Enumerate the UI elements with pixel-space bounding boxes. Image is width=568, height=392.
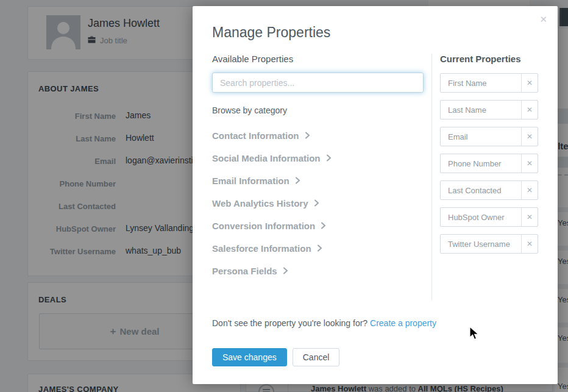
current-property-first-name[interactable]: First Name ✕	[440, 73, 538, 93]
remove-icon[interactable]: ✕	[521, 101, 538, 119]
search-input[interactable]	[212, 73, 424, 93]
current-property-email[interactable]: Email ✕	[440, 127, 538, 146]
chevron-right-icon	[321, 221, 326, 231]
available-properties-heading: Available Properties	[212, 54, 293, 64]
category-persona-fields[interactable]: Persona Fields	[212, 264, 288, 277]
chevron-right-icon	[305, 130, 310, 141]
chevron-right-icon	[317, 243, 322, 254]
current-property-last-contacted[interactable]: Last Contacted ✕	[440, 180, 538, 200]
remove-icon[interactable]: ✕	[521, 74, 538, 92]
browse-by-category-label: Browse by category	[212, 105, 287, 115]
chevron-right-icon	[283, 266, 288, 276]
category-contact-information[interactable]: Contact Information	[212, 129, 310, 142]
current-property-hubspot-owner[interactable]: HubSpot Owner ✕	[440, 207, 538, 227]
current-property-twitter-username[interactable]: Twitter Username ✕	[440, 234, 538, 254]
current-property-last-name[interactable]: Last Name ✕	[440, 100, 538, 119]
remove-icon[interactable]: ✕	[521, 208, 538, 226]
close-icon[interactable]: ✕	[539, 14, 547, 25]
category-social-media-information[interactable]: Social Media Information	[212, 151, 332, 165]
current-properties-heading: Current Properties	[440, 54, 521, 64]
category-email-information[interactable]: Email Information	[212, 174, 300, 187]
column-divider	[431, 54, 432, 301]
category-web-analytics-history[interactable]: Web Analytics History	[212, 196, 319, 210]
remove-icon[interactable]: ✕	[521, 127, 538, 146]
category-salesforce-information[interactable]: Salesforce Information	[212, 241, 322, 255]
chevron-right-icon	[295, 176, 300, 186]
remove-icon[interactable]: ✕	[521, 154, 538, 173]
cancel-button[interactable]: Cancel	[293, 348, 340, 366]
chevron-right-icon	[314, 198, 319, 208]
manage-properties-modal: ✕ Manage Properties Available Properties…	[193, 6, 558, 384]
remove-icon[interactable]: ✕	[521, 181, 538, 199]
remove-icon[interactable]: ✕	[521, 235, 538, 253]
modal-title: Manage Properties	[212, 24, 330, 41]
chevron-right-icon	[326, 153, 332, 163]
create-property-link[interactable]: Create a property	[370, 318, 436, 328]
save-changes-button[interactable]: Save changes	[212, 348, 287, 366]
create-property-help-text: Don't see the property you're looking fo…	[212, 318, 367, 328]
app-screen: James Howlett Job title ABOUT JAMES Firs…	[0, 0, 568, 392]
category-conversion-information[interactable]: Conversion Information	[212, 219, 326, 232]
current-property-phone-number[interactable]: Phone Number ✕	[440, 154, 538, 173]
